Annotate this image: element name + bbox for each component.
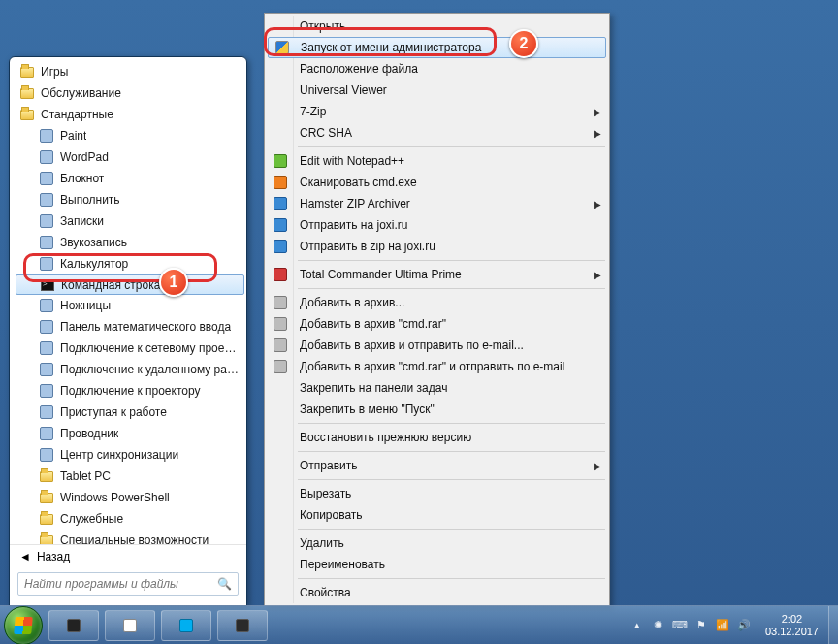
context-item[interactable]: Открыть: [267, 16, 607, 37]
app-icon: [123, 619, 137, 632]
context-item-label: Свойства: [300, 586, 351, 599]
context-item-label: Добавить в архив...: [300, 296, 404, 309]
context-item-label: Запуск от имени администратора: [301, 41, 481, 54]
start-item[interactable]: Панель математического ввода: [16, 316, 244, 338]
context-separator: [298, 578, 605, 579]
context-item[interactable]: Копировать: [267, 504, 607, 526]
start-item[interactable]: Стандартные: [16, 104, 244, 125]
start-item[interactable]: Калькулятор: [16, 253, 244, 274]
gray-icon: [273, 338, 288, 353]
show-desktop-button[interactable]: [828, 606, 838, 645]
start-item[interactable]: Подключение к удаленному рабочему столу: [16, 359, 244, 380]
context-item[interactable]: Hamster ZIP Archiver▶: [267, 193, 607, 214]
back-arrow-icon: ◄: [19, 550, 31, 564]
start-item[interactable]: Командная строка: [16, 274, 244, 295]
context-separator: [298, 479, 605, 480]
context-item-label: Добавить в архив "cmd.rar" и отправить п…: [300, 360, 564, 373]
start-item-label: Стандартные: [41, 108, 113, 121]
taskbar-clock[interactable]: 2:02 03.12.2017: [765, 613, 819, 638]
taskbar: ▴ ✺ ⌨ ⚑ 📶 🔊 2:02 03.12.2017: [0, 605, 838, 644]
taskbar-app-3[interactable]: [217, 610, 268, 641]
start-item[interactable]: Звукозапись: [16, 232, 244, 253]
context-item[interactable]: CRC SHA▶: [267, 122, 607, 144]
context-item[interactable]: Добавить в архив "cmd.rar" и отправить п…: [267, 356, 607, 377]
context-item-label: Закрепить на панели задач: [300, 381, 447, 395]
blue-icon: [273, 217, 288, 233]
context-item[interactable]: 7-Zip▶: [267, 101, 607, 122]
tray-volume-icon[interactable]: 🔊: [736, 618, 752, 633]
context-separator: [298, 529, 605, 530]
start-item-label: WordPad: [60, 150, 109, 164]
start-item[interactable]: Выполнить: [16, 189, 244, 210]
taskbar-app-1[interactable]: [48, 610, 99, 641]
gray-icon: [273, 295, 288, 310]
start-item[interactable]: Игры: [16, 61, 244, 82]
start-item[interactable]: Центр синхронизации: [16, 444, 244, 466]
folder-icon: [19, 107, 35, 122]
start-item[interactable]: Подключение к проектору: [16, 380, 244, 402]
context-item-label: Открыть: [300, 19, 345, 33]
context-separator: [298, 260, 605, 261]
context-item[interactable]: Закрепить на панели задач: [267, 377, 607, 399]
context-item[interactable]: Удалить: [267, 532, 607, 554]
context-item-label: Добавить в архив "cmd.rar": [300, 317, 446, 331]
start-item[interactable]: Tablet PC: [16, 466, 244, 487]
context-item[interactable]: Переименовать: [267, 554, 607, 575]
start-menu-back[interactable]: ◄ Назад: [10, 544, 246, 569]
start-item-label: Специальные возможности: [60, 533, 209, 544]
start-item[interactable]: Специальные возможности: [16, 530, 244, 544]
start-item[interactable]: Приступая к работе: [16, 402, 244, 423]
folder-icon: [19, 85, 35, 101]
tray-keyboard-icon[interactable]: ⌨: [672, 618, 688, 633]
context-item[interactable]: Свойства: [267, 582, 607, 603]
gray-icon: [273, 359, 288, 374]
back-label: Назад: [37, 550, 70, 564]
start-item[interactable]: Проводник: [16, 423, 244, 444]
context-item[interactable]: Сканировать cmd.exe: [267, 172, 607, 193]
start-item[interactable]: Подключение к сетевому проектору: [16, 338, 244, 359]
start-menu: ИгрыОбслуживаниеСтандартныеPaintWordPadБ…: [9, 56, 247, 606]
context-item[interactable]: Universal Viewer: [267, 80, 607, 101]
sound-icon: [39, 235, 54, 250]
submenu-arrow-icon: ▶: [594, 128, 601, 139]
context-item[interactable]: Total Commander Ultima Prime▶: [267, 264, 607, 285]
tray-network-icon[interactable]: 📶: [715, 618, 730, 633]
context-item[interactable]: Добавить в архив "cmd.rar": [267, 313, 607, 335]
start-item[interactable]: Paint: [16, 125, 244, 146]
start-item-label: Игры: [41, 65, 68, 79]
context-item[interactable]: Отправить в zip на joxi.ru: [267, 236, 607, 257]
context-item[interactable]: Расположение файла: [267, 58, 607, 80]
tray-chevron-icon[interactable]: ▴: [629, 618, 645, 633]
blue-icon: [273, 239, 288, 254]
context-item[interactable]: Добавить в архив...: [267, 292, 607, 313]
context-item[interactable]: Закрепить в меню "Пуск": [267, 399, 607, 420]
search-input[interactable]: [24, 577, 211, 591]
context-item[interactable]: Edit with Notepad++: [267, 150, 607, 172]
start-search-box[interactable]: 🔍: [17, 572, 239, 596]
tray-flag-icon[interactable]: ⚑: [693, 618, 709, 633]
start-item-label: Tablet PC: [60, 469, 111, 483]
start-item[interactable]: Служебные: [16, 508, 244, 530]
start-button[interactable]: [4, 606, 43, 645]
run-icon: [39, 192, 54, 208]
start-item-label: Подключение к сетевому проектору: [60, 341, 241, 355]
start-item[interactable]: Блокнот: [16, 168, 244, 189]
context-item[interactable]: Отправить на joxi.ru: [267, 214, 607, 236]
context-item[interactable]: Вырезать: [267, 483, 607, 504]
start-item[interactable]: Записки: [16, 210, 244, 232]
context-item[interactable]: Отправить▶: [267, 455, 607, 476]
context-item[interactable]: Запуск от имени администратора: [268, 37, 606, 58]
taskbar-app-skype[interactable]: [161, 610, 211, 641]
tray-icon[interactable]: ✺: [651, 618, 666, 633]
start-item[interactable]: Windows PowerShell: [16, 487, 244, 508]
context-item-label: Переименовать: [300, 558, 385, 571]
taskbar-app-2[interactable]: [105, 610, 155, 641]
context-item-label: Закрепить в меню "Пуск": [300, 402, 435, 416]
context-item-label: Удалить: [300, 536, 344, 550]
start-item[interactable]: Обслуживание: [16, 82, 244, 104]
start-item[interactable]: WordPad: [16, 146, 244, 168]
search-icon: 🔍: [217, 577, 232, 591]
start-item[interactable]: Ножницы: [16, 295, 244, 316]
context-item[interactable]: Добавить в архив и отправить по e-mail..…: [267, 335, 607, 356]
context-item[interactable]: Восстановить прежнюю версию: [267, 427, 607, 448]
